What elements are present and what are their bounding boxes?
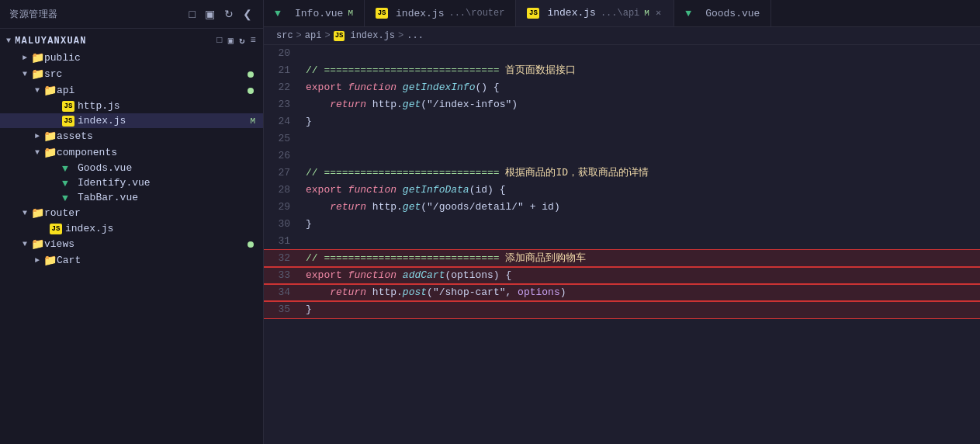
line-number: 28 (264, 182, 303, 199)
icon-new-file[interactable]: □ (216, 35, 223, 47)
code-line: 28 export function getInfoData(id) { (264, 182, 980, 199)
tab-label: index.js (547, 7, 595, 19)
tab-info-vue[interactable]: ▼ Info.vue M (264, 0, 365, 26)
breadcrumb-api[interactable]: api (305, 30, 322, 41)
folder-icon: 📁 (31, 206, 44, 220)
line-number: 29 (264, 199, 303, 216)
line-content (303, 45, 980, 62)
item-label: Identify.vue (78, 177, 151, 189)
tab-index-router[interactable]: JS index.js ...\router (365, 0, 516, 26)
sidebar-item-goods-vue[interactable]: ► ▼ Goods.vue (0, 161, 263, 175)
line-number: 20 (264, 45, 303, 62)
code-lines: 20 21 // ============================= 首… (264, 45, 980, 318)
modified-dot (248, 241, 254, 248)
sidebar-item-views[interactable]: ▼ 📁 views (0, 236, 263, 252)
line-number: 24 (264, 113, 303, 130)
sidebar-item-public[interactable]: ► 📁 public (0, 50, 263, 66)
line-number: 25 (264, 130, 303, 147)
breadcrumb-src[interactable]: src (276, 30, 293, 41)
breadcrumb: src > api > JS index.js > ... (264, 27, 980, 45)
sidebar-item-router-index-js[interactable]: ► JS index.js (0, 221, 263, 236)
icon-new-folder[interactable]: ▣ (228, 35, 234, 47)
line-content: return http.get("/index-infos") (303, 96, 980, 113)
refresh-icon[interactable]: ↻ (223, 6, 235, 22)
folder-icon: 📁 (43, 146, 57, 159)
line-number: 31 (264, 233, 303, 250)
line-number: 27 (264, 165, 303, 182)
sidebar-item-tabbar-vue[interactable]: ► ▼ TabBar.vue (0, 190, 263, 205)
sidebar-title: 资源管理器 (9, 8, 58, 21)
js-tab-icon: JS (527, 8, 539, 19)
item-label: http.js (78, 100, 120, 112)
tab-index-api[interactable]: JS index.js ...\api M ✕ (516, 0, 674, 27)
code-line: 21 // ============================= 首页面数… (264, 62, 980, 79)
line-number: 21 (264, 62, 303, 79)
item-label: Goods.vue (78, 162, 132, 174)
vue-file-icon: ▼ (62, 163, 74, 174)
code-line: 22 export function getIndexInfo() { (264, 79, 980, 96)
icon-refresh[interactable]: ↻ (239, 35, 245, 47)
folder-icon: 📁 (43, 254, 57, 267)
line-number: 23 (264, 96, 303, 113)
line-content: // ============================= 首页面数据接口 (303, 62, 980, 79)
item-label: src (44, 68, 62, 80)
line-content: } (303, 301, 980, 318)
sidebar-item-index-js[interactable]: ► JS index.js M (0, 113, 263, 128)
vue-file-icon: ▼ (62, 193, 74, 203)
sidebar-item-identify-vue[interactable]: ► ▼ Identify.vue (0, 175, 263, 190)
tab-label: index.js (396, 8, 444, 19)
item-label: views (44, 238, 74, 250)
breadcrumb-js-icon: JS (334, 31, 345, 41)
breadcrumb-filename[interactable]: index.js (350, 30, 395, 41)
sidebar-item-api[interactable]: ▼ 📁 api (0, 82, 263, 99)
sidebar-icons: □ ▣ ↻ ❮ (188, 6, 254, 22)
sidebar-item-cart[interactable]: ► 📁 Cart (0, 252, 263, 269)
sidebar-item-src[interactable]: ▼ 📁 src (0, 66, 263, 82)
sidebar: 资源管理器 □ ▣ ↻ ❮ ▼ MALUYANXUAN □ ▣ ↻ ≡ ► 📁 … (0, 0, 264, 444)
code-line-highlighted: 34 return http.post("/shop-cart", option… (264, 284, 980, 301)
workspace-root[interactable]: ▼ MALUYANXUAN □ ▣ ↻ ≡ (0, 32, 263, 50)
item-label: index.js (65, 223, 113, 234)
breadcrumb-sep2: > (324, 30, 330, 41)
breadcrumb-ellipsis: ... (407, 30, 424, 41)
js-tab-icon: JS (376, 8, 388, 19)
line-number: 34 (264, 284, 303, 301)
tab-path: ...\router (448, 8, 504, 19)
code-editor[interactable]: 20 21 // ============================= 首… (264, 45, 980, 444)
icon-collapse-all[interactable]: ≡ (251, 35, 257, 47)
collapse-icon[interactable]: ❮ (241, 6, 254, 22)
line-content: return http.get("/goods/detail/" + id) (303, 199, 980, 216)
item-label: router (44, 207, 81, 219)
workspace-root-label: MALUYANXUAN (15, 36, 86, 47)
editor-area: ▼ Info.vue M JS index.js ...\router JS i… (264, 0, 980, 444)
line-content: export function getInfoData(id) { (303, 182, 980, 199)
tab-label: Info.vue (295, 8, 343, 19)
folder-icon: 📁 (31, 51, 44, 64)
line-content: // ============================= 添加商品到购物… (303, 250, 980, 267)
tab-modified: M (348, 9, 353, 18)
vue-tab-icon: ▼ (275, 8, 287, 19)
code-line: 23 return http.get("/index-infos") (264, 96, 980, 113)
sidebar-item-assets[interactable]: ► 📁 assets (0, 128, 263, 144)
tab-close-button[interactable]: ✕ (654, 7, 663, 19)
code-line: 20 (264, 45, 980, 62)
new-folder-icon[interactable]: ▣ (203, 6, 216, 22)
new-file-icon[interactable]: □ (188, 6, 197, 22)
tab-label: Goods.vue (705, 8, 760, 19)
line-content: } (303, 113, 980, 130)
sidebar-item-components[interactable]: ▼ 📁 components (0, 144, 263, 161)
line-number: 30 (264, 216, 303, 233)
code-line-highlighted: 33 export function addCart(options) { (264, 267, 980, 284)
tab-goods-vue[interactable]: ▼ Goods.vue (674, 0, 771, 26)
line-content (303, 233, 980, 250)
line-content (303, 147, 980, 165)
sidebar-item-http-js[interactable]: ► JS http.js (0, 99, 263, 113)
item-label: components (57, 147, 117, 158)
line-content: return http.post("/shop-cart", options) (303, 284, 980, 301)
breadcrumb-sep3: > (398, 30, 403, 41)
line-content: export function getIndexInfo() { (303, 79, 980, 96)
sidebar-item-router[interactable]: ▼ 📁 router (0, 205, 263, 221)
vue-tab-icon: ▼ (685, 8, 698, 19)
line-number: 32 (264, 250, 303, 267)
sidebar-content: ▼ MALUYANXUAN □ ▣ ↻ ≡ ► 📁 public ▼ 📁 src (0, 29, 263, 444)
